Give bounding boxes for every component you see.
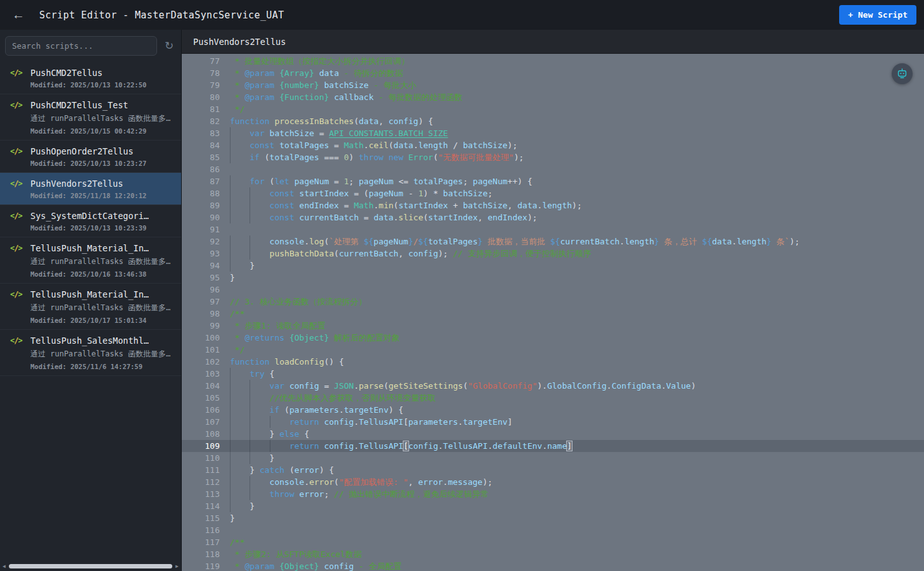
code-token: callback xyxy=(334,92,374,102)
code-icon: </> xyxy=(10,179,24,188)
code-line[interactable]: 94} xyxy=(182,260,924,272)
code-token: . xyxy=(607,381,612,391)
script-list-item[interactable]: </>TellusPush_Material_In…通过 runParallel… xyxy=(0,237,181,284)
code-line[interactable]: 115} xyxy=(182,512,924,524)
code-line[interactable]: 100 * @returns {Object} 解析后的配置对象 xyxy=(182,332,924,344)
code-line[interactable]: 119 * @param {Object} config - 全局配置 xyxy=(182,560,924,571)
script-name: PushCMD2Tellus_Test xyxy=(30,100,128,110)
code-token: return xyxy=(289,441,319,451)
code-token: ( xyxy=(279,405,289,415)
code-token: ( xyxy=(334,477,339,487)
code-line[interactable]: 110} xyxy=(182,452,924,464)
code-line[interactable]: 82function processInBatches(data, config… xyxy=(182,115,924,127)
line-number: 107 xyxy=(182,416,230,428)
code-line[interactable]: 81 */ xyxy=(182,103,924,115)
code-line[interactable]: 111} catch (error) { xyxy=(182,464,924,476)
code-line[interactable]: 77 * 批量处理数组（按指定大小拆分并执行回调） xyxy=(182,55,924,67)
code-line[interactable]: 96 xyxy=(182,284,924,296)
code-line[interactable]: 107return config.TellusAPI[parameters.ta… xyxy=(182,416,924,428)
code-line[interactable]: 104var config = JSON.parse(getSiteSettin… xyxy=(182,380,924,392)
refresh-button[interactable]: ↻ xyxy=(161,39,177,53)
code-line[interactable]: 93pushBatchData(currentBatch, config); /… xyxy=(182,248,924,260)
code-line[interactable]: 83var batchSize = API_CONSTANTS.BATCH_SI… xyxy=(182,127,924,139)
code-token: . xyxy=(661,381,666,391)
code-token: throw xyxy=(270,489,294,499)
code-token xyxy=(319,80,324,90)
code-line[interactable]: 117/** xyxy=(182,536,924,548)
code-token: TellusAPI xyxy=(358,417,403,427)
new-script-button[interactable]: + New Script xyxy=(839,5,916,25)
indent-guide xyxy=(270,416,289,428)
back-arrow-icon: ← xyxy=(12,8,25,22)
code-line[interactable]: 79 * @param {number} batchSize - 每批大小 xyxy=(182,79,924,91)
line-number: 77 xyxy=(182,55,230,67)
script-list-item[interactable]: </>PushCMD2Tellus_Test通过 runParallelTask… xyxy=(0,94,181,141)
line-number: 96 xyxy=(182,284,230,296)
line-number: 109 xyxy=(182,440,230,452)
code-line[interactable]: 116 xyxy=(182,524,924,536)
indent-guide xyxy=(250,404,269,416)
code-token: . xyxy=(364,141,369,150)
code-line[interactable]: 106if (parameters.targetEnv) { xyxy=(182,404,924,416)
code-token: / xyxy=(448,141,462,150)
code-line[interactable]: 109return config.TellusAPI[config.Tellus… xyxy=(182,440,924,452)
search-input[interactable] xyxy=(5,36,157,56)
code-line[interactable]: 118 * 步骤2: 从SFTP读取Excel数据 xyxy=(182,548,924,560)
script-list-item[interactable]: </>TellusPush_Material_In…通过 runParallel… xyxy=(0,284,181,330)
back-button[interactable]: ← xyxy=(8,4,29,26)
code-line[interactable]: 84const totalPages = Math.ceil(data.leng… xyxy=(182,139,924,151)
code-line[interactable]: 102function loadConfig() { xyxy=(182,356,924,368)
script-list-item[interactable]: </>Sys_SystemDictCategori…Modified: 2025… xyxy=(0,205,181,237)
indent-guide xyxy=(230,440,250,452)
code-line[interactable]: 97// 3. 核心业务函数（按流程拆分） xyxy=(182,296,924,308)
assistant-button[interactable] xyxy=(892,63,913,84)
scroll-right-arrow[interactable]: ▶ xyxy=(174,563,180,569)
indent-guide xyxy=(230,368,250,380)
script-modified: Modified: 2025/10/17 15:01:34 xyxy=(30,317,175,324)
code-line[interactable]: 92console.log(`处理第 ${pageNum}/${totalPag… xyxy=(182,235,924,248)
code-token: endIndex xyxy=(300,201,339,210)
code-line[interactable]: 114} xyxy=(182,500,924,512)
horizontal-scrollbar[interactable]: ◀ ▶ xyxy=(0,562,181,570)
code-token xyxy=(284,381,289,391)
code-line[interactable]: 101 */ xyxy=(182,344,924,356)
code-line[interactable]: 113throw error; // 抛出错误中断流程，避免后续逻辑异常 xyxy=(182,488,924,500)
code-line[interactable]: 112console.error("配置加载错误: ", error.messa… xyxy=(182,476,924,488)
code-line[interactable]: 95} xyxy=(182,272,924,284)
code-token: ${ xyxy=(364,237,374,246)
scroll-left-arrow[interactable]: ◀ xyxy=(1,563,7,569)
code-line[interactable]: 86 xyxy=(182,163,924,175)
code-icon: </> xyxy=(10,147,24,156)
code-line[interactable]: 87for (let pageNum = 1; pageNum <= total… xyxy=(182,175,924,187)
code-line[interactable]: 85if (totalPages === 0) throw new Error(… xyxy=(182,151,924,163)
script-list-item[interactable]: </>PushOpenOrder2TellusModified: 2025/10… xyxy=(0,141,181,173)
code-token: 条` xyxy=(771,237,790,246)
code-token: processInBatches xyxy=(274,116,353,126)
code-icon: </> xyxy=(10,101,24,110)
code-token: parse xyxy=(359,381,384,391)
code-line[interactable]: 90const currentBatch = data.slice(startI… xyxy=(182,211,924,223)
code-area[interactable]: 77 * 批量处理数组（按指定大小拆分并执行回调）78 * @param {Ar… xyxy=(182,54,924,571)
script-list-item[interactable]: </>PushCMD2TellusModified: 2025/10/13 10… xyxy=(0,62,181,94)
code-line[interactable]: 98/** xyxy=(182,308,924,320)
code-line[interactable]: 88const startIndex = (pageNum - 1) * bat… xyxy=(182,187,924,199)
line-number: 112 xyxy=(182,476,230,488)
code-token: + xyxy=(448,201,462,210)
code-line[interactable]: 103try { xyxy=(182,368,924,380)
code-line[interactable]: 108} else { xyxy=(182,428,924,440)
code-token: ; xyxy=(324,489,334,499)
script-list-item[interactable]: </>TellusPush_SalesMonthl…通过 runParallel… xyxy=(0,330,181,376)
code-token: ). xyxy=(537,381,547,391)
code-token: ) { xyxy=(319,465,334,475)
code-line[interactable]: 99 * 步骤1: 读取全局配置 xyxy=(182,320,924,332)
code-line[interactable]: 78 * @param {Array} data - 待拆分的数据 xyxy=(182,67,924,79)
code-line[interactable]: 105//优先从脚本入参获取，否则从环境变量获取 xyxy=(182,392,924,404)
code-token: } xyxy=(250,501,255,511)
code-line[interactable]: 80 * @param {Function} callback - 每批数据的处… xyxy=(182,91,924,103)
scrollbar-thumb[interactable] xyxy=(9,564,172,568)
script-list-item[interactable]: </>PushVendors2TellusModified: 2025/11/1… xyxy=(0,173,181,205)
code-line[interactable]: 91 xyxy=(182,223,924,235)
code-line[interactable]: 89const endIndex = Math.min(startIndex +… xyxy=(182,199,924,211)
code-token: ); xyxy=(438,249,453,258)
line-number: 79 xyxy=(182,79,230,91)
